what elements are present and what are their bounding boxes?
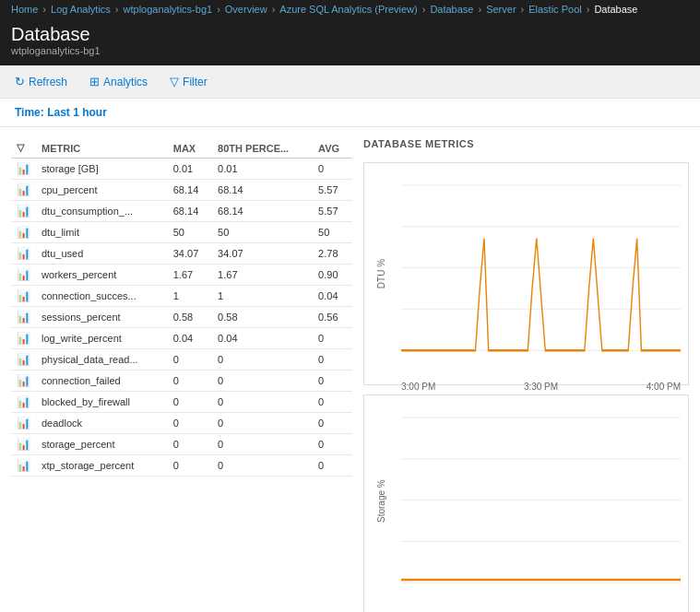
metric-name: connection_failed xyxy=(36,371,168,392)
metric-p80: 0 xyxy=(212,392,313,413)
bar-chart-icon: 📊 xyxy=(17,183,30,196)
metric-avg: 0 xyxy=(313,349,352,371)
metric-p80: 0 xyxy=(212,434,313,455)
bar-chart-icon: 📊 xyxy=(17,459,30,472)
col-p80[interactable]: 80TH PERCE... xyxy=(212,138,313,159)
table-row[interactable]: 📊 dtu_limit 50 50 50 xyxy=(11,222,352,243)
metric-name: xtp_storage_percent xyxy=(36,455,168,477)
metric-icon-cell: 📊 xyxy=(11,180,36,201)
metric-avg: 0 xyxy=(313,371,352,392)
breadcrumb-azure-sql[interactable]: Azure SQL Analytics (Preview) xyxy=(279,4,417,15)
dtu-x-label-2: 3:30 PM xyxy=(524,382,558,392)
table-row[interactable]: 📊 xtp_storage_percent 0 0 0 xyxy=(11,455,352,477)
metric-icon-cell: 📊 xyxy=(11,392,36,413)
bar-chart-icon: 📊 xyxy=(17,332,30,345)
dtu-chart-inner: 100 80 60 40 20 3:00 PM 3:30 PM 4:0 xyxy=(401,171,681,377)
storage-chart-svg: 100 80 60 40 20 xyxy=(401,403,681,609)
metric-avg: 0 xyxy=(313,328,352,349)
metric-avg: 0.04 xyxy=(313,286,352,307)
metrics-table: ▽ METRIC MAX 80TH PERCE... AVG 📊 storage… xyxy=(11,138,352,477)
breadcrumb-overview[interactable]: Overview xyxy=(225,4,267,15)
metric-name: log_write_percent xyxy=(36,328,168,349)
breadcrumb-home[interactable]: Home xyxy=(11,4,38,15)
table-row[interactable]: 📊 connection_succes... 1 1 0.04 xyxy=(11,286,352,307)
metric-icon-cell: 📊 xyxy=(11,455,36,477)
metric-icon-cell: 📊 xyxy=(11,434,36,455)
table-row[interactable]: 📊 dtu_consumption_... 68.14 68.14 5.57 xyxy=(11,201,352,222)
metric-max: 0 xyxy=(168,455,212,477)
metric-p80: 68.14 xyxy=(212,201,313,222)
metric-name: storage [GB] xyxy=(36,159,168,180)
metric-name: storage_percent xyxy=(36,434,168,455)
bar-chart-icon: 📊 xyxy=(17,247,30,260)
table-header-row: ▽ METRIC MAX 80TH PERCE... AVG xyxy=(11,138,352,159)
table-row[interactable]: 📊 deadlock 0 0 0 xyxy=(11,413,352,434)
metric-p80: 0 xyxy=(212,371,313,392)
table-row[interactable]: 📊 cpu_percent 68.14 68.14 5.57 xyxy=(11,180,352,201)
metric-max: 0.01 xyxy=(168,159,212,180)
metric-avg: 0 xyxy=(313,434,352,455)
bar-chart-icon: 📊 xyxy=(17,395,30,408)
metric-name: dtu_consumption_... xyxy=(36,201,168,222)
time-bar: Time: Last 1 hour xyxy=(0,99,700,127)
breadcrumb-database[interactable]: Database xyxy=(430,4,473,15)
metric-icon-cell: 📊 xyxy=(11,243,36,265)
metric-p80: 0.58 xyxy=(212,307,313,328)
breadcrumb-workspace[interactable]: wtploganalytics-bg1 xyxy=(124,4,213,15)
table-row[interactable]: 📊 connection_failed 0 0 0 xyxy=(11,371,352,392)
metric-p80: 34.07 xyxy=(212,243,313,265)
analytics-button[interactable]: ⊞ Analytics xyxy=(86,73,151,90)
table-panel: ▽ METRIC MAX 80TH PERCE... AVG 📊 storage… xyxy=(11,138,352,612)
time-value: Last 1 hour xyxy=(47,106,107,119)
metric-max: 0 xyxy=(168,392,212,413)
table-row[interactable]: 📊 log_write_percent 0.04 0.04 0 xyxy=(11,328,352,349)
metric-max: 0.04 xyxy=(168,328,212,349)
metric-max: 1.67 xyxy=(168,265,212,286)
col-avg[interactable]: AVG xyxy=(313,138,352,159)
metric-name: physical_data_read... xyxy=(36,349,168,371)
metric-icon-cell: 📊 xyxy=(11,349,36,371)
metric-max: 0 xyxy=(168,413,212,434)
metric-avg: 0.56 xyxy=(313,307,352,328)
metric-avg: 50 xyxy=(313,222,352,243)
storage-chart-container: Storage % 100 80 60 40 20 xyxy=(363,394,689,612)
bar-chart-icon: 📊 xyxy=(17,205,30,218)
metric-avg: 2.78 xyxy=(313,243,352,265)
metric-icon-cell: 📊 xyxy=(11,286,36,307)
bar-chart-icon: 📊 xyxy=(17,311,30,324)
breadcrumb-server[interactable]: Server xyxy=(486,4,516,15)
breadcrumb-elastic-pool[interactable]: Elastic Pool xyxy=(528,4,581,15)
col-max[interactable]: MAX xyxy=(168,138,212,159)
col-metric[interactable]: METRIC xyxy=(36,138,168,159)
table-row[interactable]: 📊 dtu_used 34.07 34.07 2.78 xyxy=(11,243,352,265)
storage-chart-inner: 100 80 60 40 20 3:00 PM 3:30 PM 4:00 PM xyxy=(401,403,681,609)
table-row[interactable]: 📊 workers_percent 1.67 1.67 0.90 xyxy=(11,265,352,286)
dtu-y-label: DTU % xyxy=(376,257,386,290)
breadcrumb: Home › Log Analytics › wtploganalytics-b… xyxy=(0,0,700,18)
bar-chart-icon: 📊 xyxy=(17,353,30,366)
metric-avg: 0 xyxy=(313,413,352,434)
metric-name: blocked_by_firewall xyxy=(36,392,168,413)
metric-max: 34.07 xyxy=(168,243,212,265)
refresh-button[interactable]: ↻ Refresh xyxy=(11,73,71,90)
table-row[interactable]: 📊 sessions_percent 0.58 0.58 0.56 xyxy=(11,307,352,328)
table-row[interactable]: 📊 blocked_by_firewall 0 0 0 xyxy=(11,392,352,413)
metric-max: 68.14 xyxy=(168,201,212,222)
charts-panel: DATABASE METRICS DTU % 100 80 60 40 20 xyxy=(363,138,689,612)
metric-max: 0 xyxy=(168,434,212,455)
filter-button[interactable]: ▽ Filter xyxy=(166,73,211,90)
page-subtitle: wtploganalytics-bg1 xyxy=(11,45,689,56)
dtu-chart-container: DTU % 100 80 60 40 20 xyxy=(363,162,689,385)
table-row[interactable]: 📊 physical_data_read... 0 0 0 xyxy=(11,349,352,371)
metric-name: dtu_limit xyxy=(36,222,168,243)
filter-icon: ▽ xyxy=(170,75,179,88)
metric-max: 0 xyxy=(168,349,212,371)
col-filter-icon: ▽ xyxy=(11,138,36,159)
breadcrumb-log-analytics[interactable]: Log Analytics xyxy=(51,4,111,15)
metric-icon-cell: 📊 xyxy=(11,201,36,222)
table-row[interactable]: 📊 storage_percent 0 0 0 xyxy=(11,434,352,455)
metric-name: connection_succes... xyxy=(36,286,168,307)
metric-p80: 68.14 xyxy=(212,180,313,201)
metric-max: 0.58 xyxy=(168,307,212,328)
table-row[interactable]: 📊 storage [GB] 0.01 0.01 0 xyxy=(11,159,352,180)
